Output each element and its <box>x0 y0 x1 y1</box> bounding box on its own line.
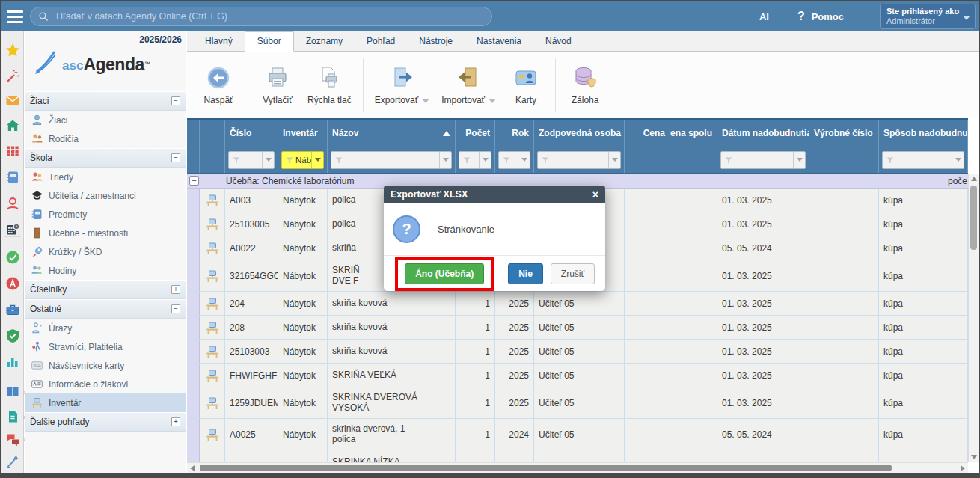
documents-file-icon[interactable]: › <box>5 409 20 424</box>
vertical-scroll-thumb[interactable] <box>970 186 977 250</box>
table-row[interactable]: 208Nábytokskriňa kovová12025Učiteľ 0501.… <box>187 316 968 340</box>
expand-plus-icon[interactable]: + <box>171 285 180 294</box>
toolbar-button-vytla-i-[interactable]: Vytlačiť <box>254 64 301 105</box>
ai-button[interactable]: AI <box>759 11 769 22</box>
school-year[interactable]: 2025/2026 <box>139 34 182 45</box>
school-house-icon[interactable] <box>5 118 20 133</box>
dialog-no-button[interactable]: Nie <box>508 263 543 284</box>
expand-plus-icon[interactable]: + <box>171 417 180 426</box>
toolbar-button-naspä-[interactable]: Naspäť <box>195 64 242 105</box>
sidebar-item-hodiny[interactable]: Hodiny <box>25 261 186 280</box>
horizontal-scroll-thumb[interactable] <box>200 465 892 471</box>
filter-input[interactable] <box>498 151 530 169</box>
filter-input[interactable] <box>459 151 491 169</box>
column-header-zodpovedná-osoba[interactable]: Zodpovedná osoba <box>534 120 625 147</box>
gradebook-notebook-icon[interactable] <box>5 170 20 185</box>
filter-input[interactable] <box>228 151 275 169</box>
close-icon[interactable]: × <box>592 189 598 200</box>
agenda-briefcase-icon[interactable] <box>5 302 20 317</box>
security-shield-icon[interactable] <box>5 328 20 343</box>
search-input[interactable] <box>55 10 484 22</box>
sidebar-item-informácie-o-žiakovi[interactable]: Informácie o žiakovi <box>25 375 186 393</box>
toolbar-button-záloha[interactable]: Záloha <box>561 64 609 105</box>
column-header-inventár[interactable]: Inventár <box>278 120 328 147</box>
toolbar-button-r-chla-tla-[interactable]: Rýchla tlač <box>301 64 358 105</box>
toolbar-button-exportova-[interactable]: Exportovať <box>369 64 436 105</box>
signature-pen-icon[interactable] <box>5 454 20 469</box>
profile-person-icon[interactable] <box>5 196 20 211</box>
toolbar-button-karty[interactable]: Karty <box>502 64 550 105</box>
messages-envelope-icon[interactable] <box>5 93 20 108</box>
tab-zoznamy[interactable]: Zoznamy <box>294 32 355 51</box>
column-header-cena[interactable]: Cena <box>625 120 670 147</box>
collapse-group-icon[interactable]: − <box>189 176 199 186</box>
sidebar-item-učitelia-zamestnanci[interactable]: Učitelia / zamestnanci <box>25 186 186 205</box>
tab-súbor[interactable]: Súbor <box>245 31 294 52</box>
column-header-spôsob-nadobudnutia[interactable]: Spôsob nadobudnutia <box>879 120 968 147</box>
table-row[interactable]: SKRINKA NÍZKA <box>187 450 968 462</box>
toolbar-button-importova-[interactable]: Importovať <box>435 64 502 105</box>
tab-nástroje[interactable]: Nástroje <box>407 32 465 51</box>
sidebar-item-stravníci-platitelia[interactable]: Stravníci, Platitelia <box>25 337 186 356</box>
scroll-down-icon[interactable] <box>969 452 979 462</box>
sidebar-item-inventár[interactable]: Inventár <box>25 393 186 412</box>
filter-input[interactable]: Nábyt... <box>281 151 324 169</box>
column-header-počet[interactable]: Počet <box>456 120 495 147</box>
sidebar-item-krúžky-škd[interactable]: Krúžky / ŠKD <box>25 242 186 261</box>
filter-input[interactable] <box>882 151 964 169</box>
column-header-blank[interactable] <box>200 120 225 147</box>
collapse-minus-icon[interactable]: − <box>171 153 180 162</box>
table-row[interactable]: A0025Nábytokskrinka dverová, 1 polica120… <box>187 419 968 450</box>
scroll-left-icon[interactable] <box>187 463 197 473</box>
help-button[interactable]: ? Pomoc <box>797 10 844 23</box>
tab-hlavný[interactable]: Hlavný <box>193 32 245 51</box>
column-header-výrobné-číslo[interactable]: Výrobné číslo <box>809 120 879 147</box>
timetable-grid-icon[interactable] <box>5 144 20 159</box>
sidebar-item-učebne-miestnosti[interactable]: Učebne - miestnosti <box>25 224 186 242</box>
vertical-scrollbar[interactable] <box>968 174 979 462</box>
sidebar-section--seln-ky[interactable]: Číselníky+ <box>25 280 186 299</box>
global-search[interactable] <box>30 7 492 26</box>
communication-chat-icon[interactable]: › <box>5 432 20 447</box>
sidebar-section--iaci[interactable]: Žiaci− <box>25 91 186 111</box>
scroll-up-icon[interactable] <box>969 174 979 184</box>
sidebar-item-predmety[interactable]: Predmety <box>25 205 186 224</box>
tab-pohľad[interactable]: Pohľad <box>355 32 407 51</box>
table-row[interactable]: 25103003Nábytokskriňa kovová12025Učiteľ … <box>187 340 968 364</box>
dialog-yes-button[interactable]: Áno (Učebňa) <box>405 263 484 284</box>
library-book-icon[interactable]: › <box>5 384 20 399</box>
column-header-cena-spolu[interactable]: Cena spolu <box>670 120 717 147</box>
favorites-star-icon[interactable] <box>5 43 20 58</box>
hamburger-menu-icon[interactable] <box>1 1 28 31</box>
attendance-check-icon[interactable] <box>5 250 20 265</box>
table-row[interactable]: 204Nábytokskriňa kovová12025Učiteľ 0501.… <box>187 292 968 316</box>
sidebar-item-žiaci[interactable]: Žiaci <box>25 111 186 129</box>
sidebar-item-triedy[interactable]: Triedy <box>25 168 186 186</box>
sidebar-section-ostatn-[interactable]: Ostatné− <box>25 299 186 319</box>
grades-a-icon[interactable] <box>5 276 20 291</box>
sidebar-item-návštevnícke-karty[interactable]: Návštevnícke karty <box>25 356 186 375</box>
scroll-right-icon[interactable] <box>958 463 968 473</box>
sidebar-section--kola[interactable]: Škola− <box>25 148 186 168</box>
horizontal-scrollbar[interactable] <box>187 462 968 473</box>
wizard-wand-icon[interactable] <box>5 69 20 84</box>
dialog-cancel-button[interactable]: Zrušiť <box>551 263 595 284</box>
collapse-minus-icon[interactable]: − <box>171 304 180 313</box>
sidebar-item-rodičia[interactable]: Rodičia <box>25 129 186 148</box>
calendar-plan-icon[interactable] <box>5 222 20 237</box>
table-row[interactable]: 1259JDUEMNábytokSKRINKA DVEROVÁ VYSOKÁ12… <box>187 387 968 419</box>
filter-input[interactable] <box>537 151 621 169</box>
table-row[interactable]: FHWIFGHFNábytokSKRIŇA VEĽKÁ12025Učiteľ 0… <box>187 364 968 387</box>
column-header-názov[interactable]: Názov <box>328 120 456 147</box>
sidebar-section--al-ie-poh-ady[interactable]: Ďalšie pohľady+ <box>25 412 186 432</box>
column-header-rok[interactable]: Rok <box>495 120 534 147</box>
collapse-minus-icon[interactable]: − <box>171 96 180 105</box>
filter-input[interactable] <box>720 151 806 169</box>
filter-input[interactable] <box>331 151 452 169</box>
column-header-blank[interactable] <box>187 120 200 147</box>
column-header-číslo[interactable]: Číslo <box>225 120 278 147</box>
tab-nastavenia[interactable]: Nastavenia <box>465 32 533 51</box>
sidebar-item-úrazy[interactable]: Úrazy <box>25 319 186 337</box>
tab-návod[interactable]: Návod <box>533 32 584 51</box>
column-header-dátum-nadobudnutia[interactable]: Dátum nadobudnutia <box>717 120 809 147</box>
